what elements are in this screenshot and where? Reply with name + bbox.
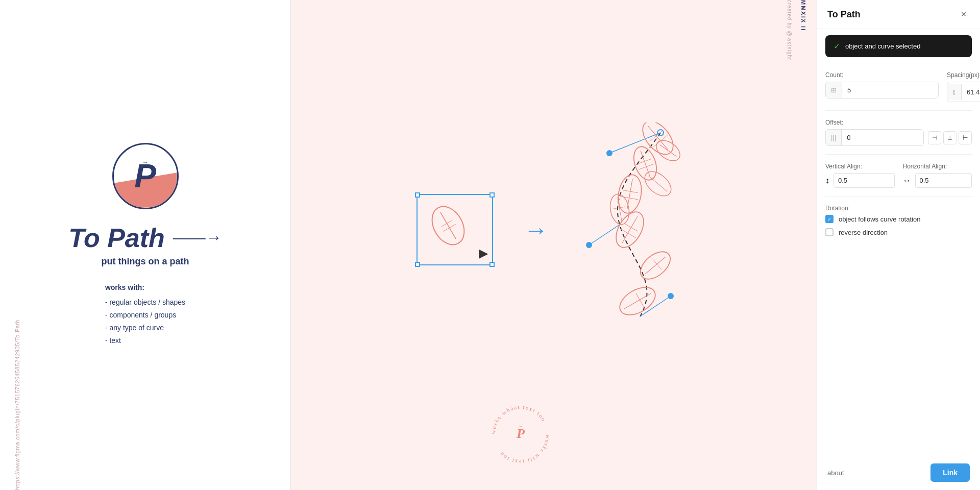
align-right-btn[interactable]: ⊢ [959, 131, 972, 144]
follows-curve-checkbox[interactable]: ✓ [825, 215, 834, 223]
svg-point-6 [606, 150, 612, 156]
svg-point-8 [586, 242, 592, 248]
count-label: Count: [825, 71, 939, 79]
leaves-path-svg [579, 122, 691, 337]
align-col-row: Vertical Align: ↕ Horizontal Align: ↔ [825, 163, 972, 188]
panel-title: To Path [827, 9, 861, 20]
logo-arrow: → [142, 159, 149, 166]
close-button[interactable]: × [958, 8, 970, 20]
circular-logo: works whaat text too works will text too… [487, 401, 554, 470]
leaf-icon [423, 200, 474, 251]
left-panel: https://www.figma.com/c/plugin/751576264… [0, 0, 291, 490]
flow-arrow: → [524, 216, 548, 244]
spacing-input-wrapper: ⫿ 🔒 [947, 82, 980, 102]
offset-label: Offset: [825, 119, 972, 126]
side-label-created: created by @lastnight [787, 0, 792, 490]
vertical-align-input[interactable] [834, 173, 895, 188]
side-url: https://www.figma.com/c/plugin/751576264… [14, 0, 20, 490]
follows-curve-label: object follows curve rotation [839, 215, 920, 223]
title-row: To Path ——→ [68, 225, 222, 251]
title-arrow-icon: ——→ [173, 228, 222, 247]
svg-line-4 [609, 133, 660, 153]
svg-line-3 [443, 224, 455, 231]
count-spacing-row: Count: ⊞ Spacing(px): ⫿ 🔒 [825, 71, 972, 102]
vertical-align-icon: ↕ [825, 176, 829, 185]
subtitle: put things on a path [102, 256, 189, 267]
svg-line-39 [636, 293, 644, 307]
count-group: Count: ⊞ [825, 71, 939, 102]
offset-input-wrapper: ||| [825, 129, 924, 146]
about-link[interactable]: about [827, 469, 844, 477]
svg-line-28 [660, 145, 677, 157]
offset-icon: ||| [826, 130, 842, 145]
divider-2 [825, 154, 972, 155]
reverse-direction-label: reverse direction [839, 229, 888, 236]
align-left-btn[interactable]: ⊣ [928, 131, 941, 144]
divider-3 [825, 196, 972, 197]
offset-input[interactable] [842, 130, 924, 145]
svg-point-11 [637, 122, 679, 160]
count-input-wrapper: ⊞ [825, 82, 939, 99]
svg-line-36 [652, 259, 662, 270]
cursor-icon: ▶ [479, 246, 488, 260]
leaf-selection-box: ▶ [416, 194, 493, 265]
handle-bl [415, 262, 420, 267]
feature-2: - components / groups [105, 309, 185, 322]
spacing-label: Spacing(px): [947, 71, 980, 79]
follows-curve-row: ✓ object follows curve rotation [825, 215, 972, 223]
handle-tr [489, 192, 495, 198]
svg-line-17 [638, 159, 651, 164]
spacing-icon: ⫿ [947, 84, 962, 100]
reverse-direction-row: reverse direction [825, 228, 972, 236]
count-input[interactable] [842, 82, 938, 98]
svg-line-2 [442, 220, 452, 227]
plugin-panel: To Path × ✓ object and curve selected Co… [817, 0, 980, 490]
offset-align-buttons: ⊣ ⊥ ⊢ [928, 131, 972, 144]
link-button[interactable]: Link [930, 463, 970, 482]
handle-tl [415, 192, 420, 198]
checkbox-check-icon: ✓ [827, 216, 831, 222]
align-center-btn[interactable]: ⊥ [943, 131, 957, 144]
offset-group: Offset: ||| ⊣ ⊥ ⊢ [825, 119, 972, 146]
svg-line-33 [649, 176, 668, 192]
count-icon: ⊞ [826, 82, 842, 98]
spacing-group: Spacing(px): ⫿ 🔒 [947, 71, 980, 102]
canvas-content: ▶ → [416, 122, 691, 337]
svg-text:→: → [519, 424, 523, 429]
svg-line-9 [640, 296, 671, 316]
reverse-direction-checkbox[interactable] [825, 228, 834, 236]
feature-4: - text [105, 334, 185, 347]
vertical-align-label: Vertical Align: [825, 163, 895, 170]
svg-line-18 [639, 164, 654, 169]
handle-br [489, 262, 495, 267]
panel-body: Count: ⊞ Spacing(px): ⫿ 🔒 Offset: [817, 63, 980, 455]
horizontal-align-label: Horizontal Align: [903, 163, 972, 170]
svg-point-10 [668, 293, 674, 299]
side-label-mmxix: MMXIX II [800, 0, 806, 490]
status-check-icon: ✓ [834, 41, 840, 51]
horizontal-align-input[interactable] [915, 173, 972, 188]
horizontal-align-group: Horizontal Align: ↔ [903, 163, 972, 188]
status-bar: ✓ object and curve selected [825, 35, 972, 57]
svg-line-7 [589, 225, 620, 245]
main-title: To Path [68, 225, 165, 251]
rotation-label: Rotation: [825, 205, 972, 212]
horizontal-align-icon: ↔ [903, 176, 911, 185]
spacing-input[interactable] [962, 84, 980, 100]
horizontal-align-val-row: ↔ [903, 173, 972, 188]
works-with-title: works with: [105, 281, 185, 294]
leaves-on-path [579, 122, 691, 337]
logo-circle: → P [112, 143, 179, 209]
panel-header: To Path × [817, 0, 980, 29]
svg-line-26 [620, 229, 635, 238]
panel-footer: about Link [817, 455, 980, 490]
rotation-section: Rotation: ✓ object follows curve rotatio… [825, 205, 972, 236]
offset-row: ||| ⊣ ⊥ ⊢ [825, 129, 972, 146]
feature-1: - regular objects / shapes [105, 296, 185, 309]
canvas-panel: MMXIX II created by @lastnight ▶ → [291, 0, 817, 490]
vertical-align-val-row: ↕ [825, 173, 895, 188]
svg-line-35 [645, 257, 666, 274]
status-text: object and curve selected [845, 42, 920, 50]
svg-line-25 [625, 224, 638, 231]
divider-1 [825, 110, 972, 111]
